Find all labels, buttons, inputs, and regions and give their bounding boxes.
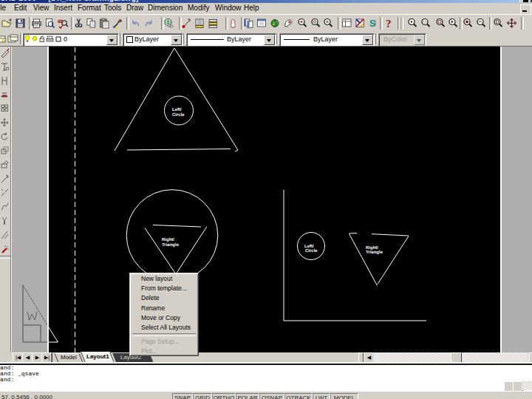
svg-text:Circle: Circle xyxy=(305,248,318,253)
svg-text:S: S xyxy=(369,18,375,29)
svg-text:Right/: Right/ xyxy=(162,237,174,242)
svg-text:?: ? xyxy=(386,18,392,29)
svg-text:Left/: Left/ xyxy=(304,244,314,249)
svg-text:Left/: Left/ xyxy=(172,107,182,112)
svg-text:Triangle: Triangle xyxy=(162,242,180,248)
svg-text:Circle: Circle xyxy=(172,112,185,117)
svg-text:Right/: Right/ xyxy=(366,245,378,250)
svg-text:Triangle: Triangle xyxy=(366,250,383,255)
